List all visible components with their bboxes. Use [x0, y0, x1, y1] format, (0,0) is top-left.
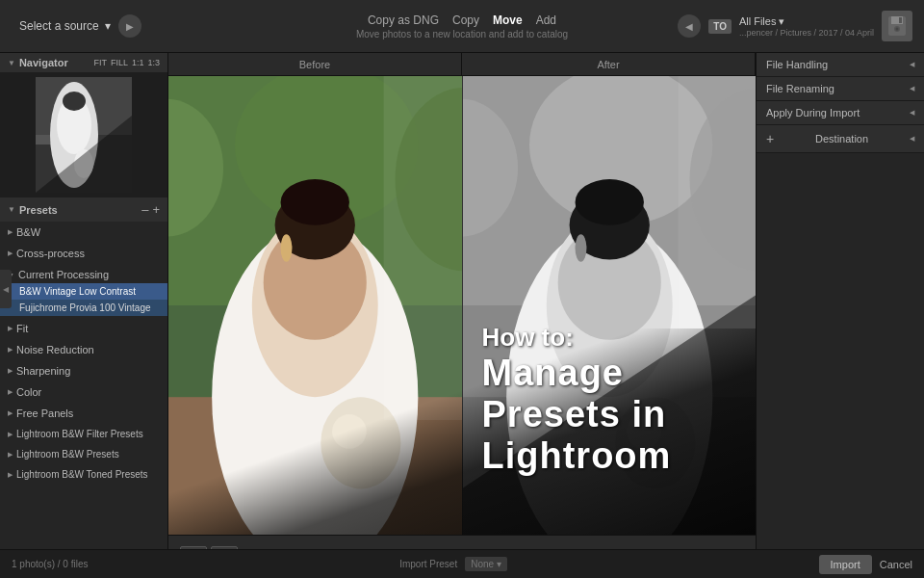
navigate-left-button[interactable]: ◀: [678, 14, 701, 38]
navigator-label: Navigator: [19, 57, 68, 68]
preset-item-bw-vintage[interactable]: B&W Vintage Low Contrast: [0, 283, 167, 300]
noise-label: Noise Reduction: [16, 344, 94, 355]
bottom-bar: 1 photo(s) / 0 files Import Preset None …: [0, 549, 924, 578]
apply-during-import-header[interactable]: Apply During Import ◀: [757, 101, 924, 124]
tab-copy-dng[interactable]: Copy as DNG: [368, 13, 439, 27]
lr-bw-filter-tri-icon: ▶: [8, 431, 13, 438]
destination-plus-btn[interactable]: +: [766, 131, 774, 146]
preset-item-fuji[interactable]: Fujichrome Provia 100 Vintage: [0, 300, 167, 316]
center-area: Before After: [168, 53, 756, 578]
navigator-triangle-icon: ▼: [8, 59, 15, 67]
color-tri-icon: ▶: [8, 388, 13, 396]
apply-during-import-label: Apply During Import: [766, 107, 860, 118]
cross-label: Cross-process: [16, 248, 85, 259]
file-renaming-header[interactable]: File Renaming ◀: [757, 77, 924, 100]
preset-group-current-header[interactable]: ▼ Current Processing: [0, 266, 167, 283]
preset-group-noise-header[interactable]: ▶ Noise Reduction: [0, 341, 167, 358]
free-tri-icon: ▶: [8, 409, 13, 417]
import-preset-label: Import Preset: [399, 559, 457, 569]
file-renaming-section: File Renaming ◀: [757, 77, 924, 101]
preset-group-current: ▼ Current Processing B&W Vintage Low Con…: [0, 264, 167, 318]
photo-before: [168, 76, 463, 535]
select-source-label: Select a source: [19, 19, 99, 33]
cancel-button[interactable]: Cancel: [880, 559, 912, 570]
presets-minus-btn[interactable]: –: [141, 202, 148, 217]
lr-bw-toned-label: Lightroom B&W Toned Presets: [16, 469, 148, 480]
presets-plus-btn[interactable]: +: [152, 202, 160, 217]
destination-tri-icon: ◀: [910, 135, 914, 143]
preset-group-lr-bw-toned-header[interactable]: ▶ Lightroom B&W Toned Presets: [0, 466, 167, 483]
fill-btn[interactable]: FILL: [111, 58, 128, 67]
main-area: ▼ Navigator FIT FILL 1:1 1:3: [0, 53, 924, 578]
sharp-label: Sharpening: [16, 365, 70, 377]
lr-bw-tri-icon: ▶: [8, 451, 13, 459]
left-panel-toggle[interactable]: ◀: [0, 270, 12, 308]
apply-during-import-section: Apply During Import ◀: [757, 101, 924, 125]
svg-point-10: [63, 92, 86, 111]
navigator-preview: [0, 72, 167, 197]
import-preset-none[interactable]: None ▾: [465, 557, 507, 571]
preset-group-bw-header[interactable]: ▶ B&W: [0, 223, 167, 241]
to-badge: TO: [708, 19, 732, 34]
import-preset-area: Import Preset None ▾: [399, 557, 507, 571]
navigate-right-button[interactable]: ▶: [118, 14, 141, 38]
lr-bw-toned-tri-icon: ▶: [8, 471, 13, 479]
tab-add[interactable]: Add: [536, 13, 556, 27]
free-label: Free Panels: [16, 407, 73, 419]
svg-rect-27: [384, 76, 462, 420]
folder-path: ...pencer / Pictures / 2017 / 04 April: [739, 28, 874, 38]
preset-group-lr-bw-header[interactable]: ▶ Lightroom B&W Presets: [0, 446, 167, 462]
svg-point-39: [575, 234, 586, 262]
destination-label: Destination: [815, 133, 868, 144]
tab-copy[interactable]: Copy: [452, 13, 479, 27]
preset-group-sharp-header[interactable]: ▶ Sharpening: [0, 362, 167, 380]
photo-comparison: How to: Manage Presets in Lightroom: [168, 76, 756, 535]
photo-after: How to: Manage Presets in Lightroom: [463, 76, 757, 535]
file-handling-label: File Handling: [766, 59, 828, 70]
navigator-thumbnail: [36, 77, 132, 193]
presets-list: ▶ B&W ▶ Cross-process ▼ Current Processi…: [0, 222, 167, 578]
preset-group-free: ▶ Free Panels: [0, 403, 167, 424]
preset-group-cross-header[interactable]: ▶ Cross-process: [0, 245, 167, 262]
cross-tri-icon: ▶: [8, 250, 13, 257]
top-bar-center: Copy as DNG Copy Move Add Move photos to…: [356, 13, 568, 39]
svg-point-38: [575, 179, 643, 225]
destination-section: + Destination ◀: [757, 125, 924, 153]
color-label: Color: [16, 386, 41, 398]
preset-group-noise: ▶ Noise Reduction: [0, 339, 167, 360]
lr-bw-label: Lightroom B&W Presets: [16, 449, 119, 460]
after-photo-svg: [463, 76, 757, 535]
presets-triangle-icon: ▼: [8, 205, 15, 214]
fit-tri-icon: ▶: [8, 325, 13, 332]
fit-btn[interactable]: FIT: [93, 58, 107, 67]
fit-label: Fit: [16, 323, 28, 334]
svg-point-24: [281, 234, 293, 262]
before-photo-svg: [168, 76, 462, 535]
bw-tri-icon: ▶: [8, 228, 13, 236]
import-button[interactable]: Import: [819, 555, 872, 574]
apply-tri-icon: ◀: [910, 109, 914, 117]
preset-group-lr-bw: ▶ Lightroom B&W Presets: [0, 444, 167, 464]
preset-group-fit: ▶ Fit: [0, 318, 167, 339]
mode-tabs: Copy as DNG Copy Move Add: [368, 13, 556, 27]
action-buttons: Import Cancel: [819, 555, 912, 574]
preset-group-free-header[interactable]: ▶ Free Panels: [0, 405, 167, 422]
lr-bw-filter-label: Lightroom B&W Filter Presets: [16, 429, 143, 439]
all-files-label[interactable]: All Files ▾: [739, 15, 874, 28]
ratio2-btn[interactable]: 1:3: [147, 58, 160, 67]
preset-group-lr-bw-filter-header[interactable]: ▶ Lightroom B&W Filter Presets: [0, 426, 167, 442]
disk-icon: [882, 11, 912, 41]
file-handling-header[interactable]: File Handling ◀: [757, 53, 924, 76]
preset-group-color-header[interactable]: ▶ Color: [0, 383, 167, 401]
file-handling-section: File Handling ◀: [757, 53, 924, 77]
preset-group-fit-header[interactable]: ▶ Fit: [0, 320, 167, 337]
left-arrow-icon: ◀: [685, 21, 693, 32]
destination-header[interactable]: + Destination ◀: [757, 125, 924, 152]
file-renaming-label: File Renaming: [766, 83, 834, 94]
svg-rect-2: [899, 17, 902, 23]
noise-tri-icon: ▶: [8, 346, 13, 354]
ratio1-btn[interactable]: 1:1: [132, 58, 144, 67]
select-source-button[interactable]: Select a source ▾: [19, 19, 111, 33]
tab-move[interactable]: Move: [493, 13, 523, 27]
svg-point-23: [281, 179, 349, 225]
